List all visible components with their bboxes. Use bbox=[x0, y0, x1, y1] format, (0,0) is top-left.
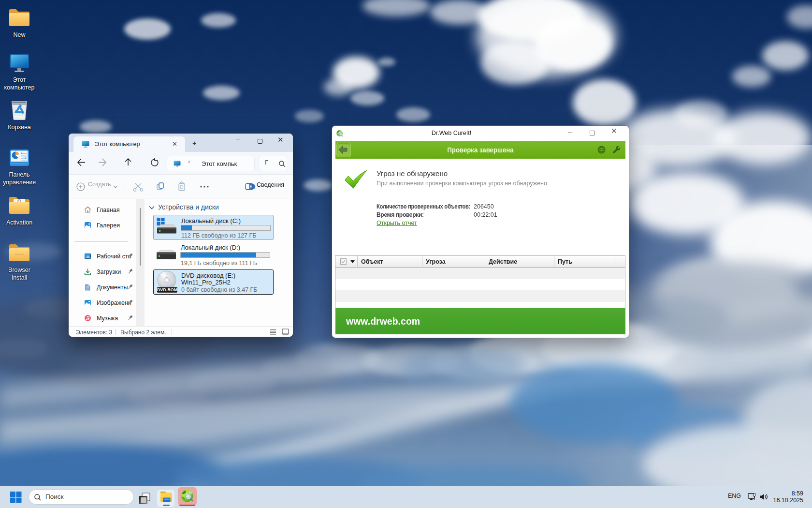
svg-text:DVD-ROM: DVD-ROM bbox=[157, 287, 177, 292]
